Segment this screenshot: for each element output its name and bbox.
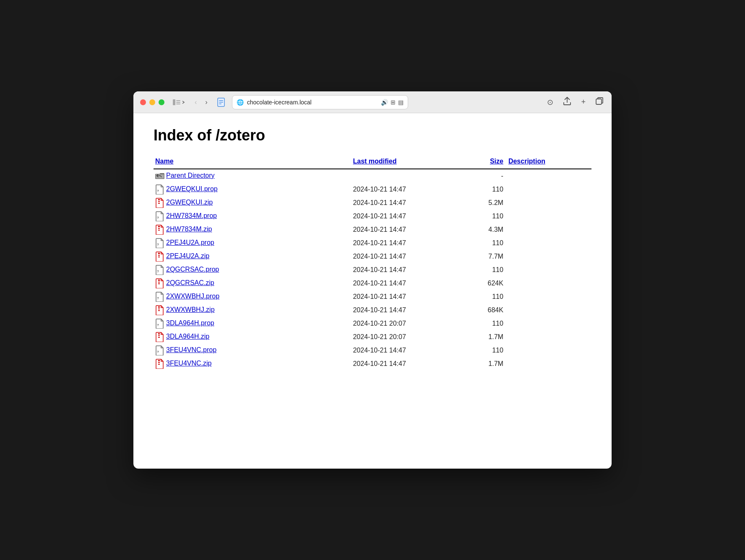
file-size-cell: 110: [464, 236, 507, 250]
file-size-cell: 1.7M: [464, 357, 507, 371]
svg-text:?: ?: [157, 350, 159, 354]
table-row: 2GWEQKUI.zip 2024-10-21 14:47 5.2M: [154, 196, 591, 210]
file-link[interactable]: 3FEU4VNC.zip: [166, 360, 211, 367]
table-row: 2XWXWBHJ.zip 2024-10-21 14:47 684K: [154, 303, 591, 317]
file-size-cell: 684K: [464, 303, 507, 317]
file-size-cell: -: [464, 169, 507, 183]
file-size-cell: 624K: [464, 277, 507, 290]
col-header-size[interactable]: Size: [464, 156, 507, 169]
date-sort-link[interactable]: Last modified: [353, 158, 396, 165]
file-link[interactable]: 3FEU4VNC.prop: [166, 346, 216, 353]
address-input[interactable]: [247, 99, 378, 106]
file-name-cell: 2XWXWBHJ.zip: [154, 303, 351, 317]
svg-rect-11: [158, 201, 160, 202]
file-name-cell: 2HW7834M.zip: [154, 223, 351, 236]
toolbar-right: ⊙ +: [545, 95, 605, 109]
file-name-cell: ? 2QGCRSAC.prop: [154, 263, 351, 277]
file-date-cell: 2024-10-21 14:47: [351, 196, 464, 210]
svg-text:?: ?: [157, 270, 159, 273]
address-icons: 🔊 ⊞ ▤: [381, 99, 404, 106]
file-date-cell: 2024-10-21 20:07: [351, 330, 464, 344]
prop-file-icon: ?: [155, 212, 164, 221]
reader-icon: ▤: [398, 99, 404, 106]
back-button[interactable]: ‹: [192, 97, 199, 108]
file-size-cell: 5.2M: [464, 196, 507, 210]
svg-rect-10: [158, 199, 160, 200]
zip-file-icon: [155, 332, 164, 342]
svg-rect-7: [219, 104, 221, 104]
svg-rect-28: [158, 310, 160, 311]
file-link[interactable]: 2GWEQKUI.zip: [166, 199, 213, 206]
svg-rect-8: [596, 99, 602, 104]
new-tab-button[interactable]: +: [579, 96, 587, 108]
zip-file-icon: [155, 225, 164, 234]
desc-sort-link[interactable]: Description: [508, 158, 545, 165]
minimize-button[interactable]: [149, 99, 155, 105]
download-button[interactable]: ⊙: [545, 96, 555, 109]
file-date-cell: 2024-10-21 14:47: [351, 290, 464, 303]
col-header-name[interactable]: Name: [154, 156, 351, 169]
file-link[interactable]: 2QGCRSAC.prop: [166, 266, 219, 273]
svg-rect-15: [158, 228, 160, 229]
file-link[interactable]: 2QGCRSAC.zip: [166, 279, 214, 286]
file-date-cell: 2024-10-21 14:47: [351, 357, 464, 371]
maximize-button[interactable]: [159, 99, 164, 105]
size-sort-link[interactable]: Size: [490, 158, 503, 165]
forward-button[interactable]: ›: [203, 97, 210, 108]
prop-file-icon: ?: [155, 346, 164, 355]
titlebar: ‹ › 🌐 🔊 ⊞ ▤ ⊙: [133, 91, 612, 113]
share-button[interactable]: [562, 95, 573, 109]
svg-rect-30: [158, 333, 160, 334]
svg-rect-1: [176, 100, 180, 101]
file-date-cell: 2024-10-21 14:47: [351, 210, 464, 223]
table-row: 2PEJ4U2A.zip 2024-10-21 14:47 7.7M: [154, 250, 591, 263]
col-header-desc[interactable]: Description: [507, 156, 591, 169]
svg-rect-24: [158, 283, 160, 284]
table-row: ? 2QGCRSAC.prop 2024-10-21 14:47 110: [154, 263, 591, 277]
file-desc-cell: [507, 303, 591, 317]
file-desc-cell: [507, 290, 591, 303]
content: Index of /zotero Name Last modified Size…: [133, 113, 612, 384]
file-size-cell: 4.3M: [464, 223, 507, 236]
file-date-cell: 2024-10-21 14:47: [351, 344, 464, 357]
file-desc-cell: [507, 223, 591, 236]
svg-rect-3: [176, 104, 180, 104]
tabs-button[interactable]: [594, 96, 605, 109]
file-name-cell: 2QGCRSAC.zip: [154, 277, 351, 290]
file-desc-cell: [507, 263, 591, 277]
sidebar-toggle[interactable]: [173, 99, 185, 105]
file-date-cell: 2024-10-21 14:47: [351, 223, 464, 236]
file-size-cell: 110: [464, 317, 507, 330]
svg-rect-18: [158, 253, 160, 254]
file-size-cell: 110: [464, 263, 507, 277]
file-link[interactable]: 2HW7834M.zip: [166, 226, 212, 233]
svg-text:?: ?: [157, 323, 159, 327]
file-table: Name Last modified Size Description: [154, 156, 591, 371]
table-row: Parent Directory -: [154, 169, 591, 183]
file-link[interactable]: 2GWEQKUI.prop: [166, 185, 218, 192]
file-link[interactable]: 2HW7834M.prop: [166, 212, 217, 219]
table-row: ? 2PEJ4U2A.prop 2024-10-21 14:47 110: [154, 236, 591, 250]
file-link[interactable]: 2PEJ4U2A.prop: [166, 239, 214, 246]
name-sort-link[interactable]: Name: [155, 158, 174, 165]
file-link[interactable]: Parent Directory: [166, 172, 215, 179]
file-date-cell: 2024-10-21 14:47: [351, 303, 464, 317]
file-link[interactable]: 3DLA964H.prop: [166, 319, 214, 327]
file-link[interactable]: 2PEJ4U2A.zip: [166, 252, 209, 259]
page-icon: [215, 96, 227, 108]
svg-rect-26: [158, 306, 160, 308]
file-name-cell: ? 2GWEQKUI.prop: [154, 183, 351, 196]
file-link[interactable]: 2XWXWBHJ.zip: [166, 306, 215, 313]
svg-rect-27: [158, 309, 160, 309]
table-row: ? 3FEU4VNC.prop 2024-10-21 14:47 110: [154, 344, 591, 357]
svg-rect-12: [158, 203, 160, 204]
col-header-date[interactable]: Last modified: [351, 156, 464, 169]
file-link[interactable]: 3DLA964H.zip: [166, 333, 209, 340]
svg-rect-22: [158, 280, 160, 281]
svg-rect-31: [158, 335, 160, 336]
close-button[interactable]: [140, 99, 146, 105]
file-link[interactable]: 2XWXWBHJ.prop: [166, 293, 219, 300]
svg-rect-0: [173, 99, 175, 105]
svg-rect-32: [158, 337, 160, 338]
address-bar-container[interactable]: 🌐 🔊 ⊞ ▤: [232, 95, 408, 109]
